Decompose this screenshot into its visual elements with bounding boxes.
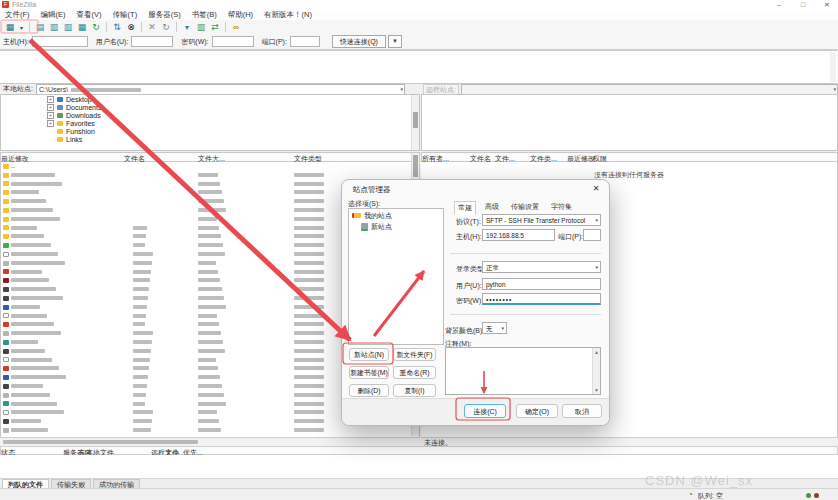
tree-scrollbar-thumb[interactable] [413,112,418,128]
scroll-up-icon[interactable]: ▲ [594,349,599,355]
scroll-down-icon[interactable]: ▼ [594,387,599,393]
file-row[interactable] [1,426,419,435]
username-input[interactable] [131,36,173,47]
cancel-button[interactable]: 取消 [562,404,602,418]
delete-button[interactable]: 删除(D) [349,384,389,397]
tree-item[interactable]: + Funshion [1,127,419,135]
menu-item[interactable]: 服务器(S) [148,10,181,20]
tree-item[interactable]: + Desktop [1,95,419,103]
comments-textarea[interactable]: ▲▼ [445,347,601,395]
directory-comparison-icon[interactable]: ▥ [195,22,207,33]
expand-icon[interactable]: + [47,120,54,127]
quickconnect-bar: 主机(H): 用户名(U): 密码(W): 端口(P): 快速连接(Q) ▼ [0,34,838,50]
protocol-select[interactable]: SFTP - SSH File Transfer Protocol ▾ [482,214,601,226]
new-folder-button[interactable]: 新文件夹(F) [393,348,436,361]
menu-item[interactable]: 帮助(H) [228,10,253,20]
duplicate-button[interactable]: 复制(I) [393,384,436,397]
disconnect-icon[interactable]: ✕ [146,22,158,33]
chevron-down-icon[interactable]: ▾ [400,85,403,94]
quickconnect-dropdown-icon[interactable]: ▼ [388,35,402,48]
find-files-icon[interactable]: ∞ [230,22,242,33]
user-input[interactable]: python [482,278,601,290]
bgcolor-select[interactable]: 无 ▾ [482,322,507,334]
reconnect-icon[interactable]: ↻ [160,22,172,33]
redacted-filetype [198,270,218,274]
new-bookmark-button[interactable]: 新建书签(M) [349,366,389,379]
dialog-host-input[interactable]: 192.168.88.5 [482,229,555,241]
menu-item[interactable]: 编辑(E) [41,10,66,20]
tree-item[interactable]: + Favorites [1,119,419,127]
redacted-filename [11,322,54,326]
open-site-manager-icon[interactable]: ▦ [4,22,16,33]
expand-icon[interactable]: + [47,112,54,119]
menu-item[interactable]: 文件(F) [5,10,30,20]
redacted-filename [11,340,38,344]
new-site-button[interactable]: 新站点(N) [349,348,389,361]
dialog-port-input[interactable] [583,229,601,241]
logontype-select[interactable]: 正常 ▾ [482,261,601,273]
rename-button[interactable]: 重命名(R) [393,366,436,379]
local-path-combo[interactable]: C:\Users\ ▾ [36,84,405,95]
expand-icon[interactable]: + [47,104,54,111]
close-button[interactable]: ✕ [820,1,834,9]
refresh-icon[interactable]: ↻ [90,22,102,33]
redacted-status-text [3,440,198,444]
file-icon [3,419,9,424]
file-icon [3,261,9,266]
local-list-scrollbar-thumb[interactable] [413,155,418,177]
menu-item[interactable]: 查看(V) [77,10,102,20]
menu-item[interactable]: 传输(T) [113,10,138,20]
maximize-button[interactable]: □ [796,1,810,9]
tab-charset[interactable]: 字符集 [548,201,575,215]
message-log-scrollbar[interactable] [830,52,836,82]
protocol-value: SFTP - SSH File Transfer Protocol [486,217,585,224]
dialog-password-input[interactable]: •••••••• [482,293,601,305]
redacted-filetype [198,349,225,353]
file-icon [3,305,9,310]
dialog-close-icon[interactable]: ✕ [591,184,601,193]
password-label: 密码(W): [181,37,208,47]
synchronized-browsing-icon[interactable]: ⇄ [209,22,221,33]
toggle-message-log-icon[interactable]: ▤ [34,22,46,33]
tree-item[interactable]: + Links [1,135,419,143]
folder-icon [57,105,63,110]
redacted-filesize [133,234,146,238]
menu-item[interactable]: 有新版本！(N) [264,10,312,20]
redacted-filetype [198,199,224,203]
toggle-queue-icon[interactable]: ▦ [76,22,88,33]
tree-item[interactable]: + Downloads [1,111,419,119]
toggle-remote-tree-icon[interactable]: ▥ [62,22,74,33]
redacted-filesize [133,314,146,318]
redacted-filetype [198,252,225,256]
site-tree-newsite[interactable]: 新站点 [349,222,443,231]
process-queue-icon[interactable]: ⇅ [111,22,123,33]
filter-icon[interactable]: ▼ [181,22,193,33]
site-manager-dropdown-icon[interactable]: ▾ [18,24,25,31]
menu-item[interactable]: 书签(B) [192,10,217,20]
site-tree-root[interactable]: 我的站点 [349,211,443,220]
file-icon [3,349,9,354]
queue-status: 队列: 空 [698,491,723,500]
host-input[interactable] [32,36,88,47]
redacted-filename [11,393,50,397]
port-input[interactable] [290,36,320,47]
minimize-button[interactable]: – [772,1,786,9]
password-input[interactable] [212,36,254,47]
connect-button[interactable]: 连接(C) [464,404,506,418]
tab-advanced[interactable]: 高级 [482,201,502,215]
tree-scrollbar[interactable] [411,95,419,150]
toggle-local-tree-icon[interactable]: ▥ [48,22,60,33]
toolbar-separator [176,22,177,32]
redacted-filesize [133,278,150,282]
quickconnect-button[interactable]: 快速连接(Q) [332,35,386,48]
file-row-updir[interactable]: .. [1,162,419,171]
ok-button[interactable]: 确定(O) [516,404,558,418]
expand-icon[interactable]: + [47,96,54,103]
textarea-scrollbar[interactable]: ▲▼ [592,348,600,394]
tab-transfer-settings[interactable]: 传输设置 [508,201,542,215]
redacted-filesize [133,375,148,379]
redacted-date [294,208,324,212]
tab-general[interactable]: 常规 [454,201,476,215]
tree-item[interactable]: + Documents [1,103,419,111]
cancel-operation-icon[interactable]: ⊗ [125,22,137,33]
